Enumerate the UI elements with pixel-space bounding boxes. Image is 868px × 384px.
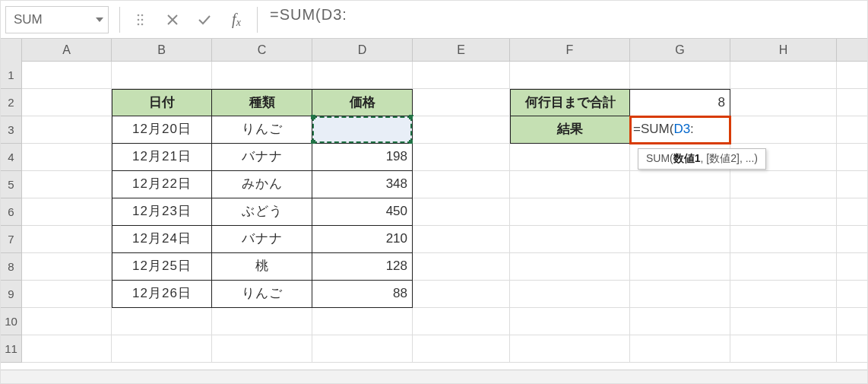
- cell-C5[interactable]: みかん: [212, 171, 312, 198]
- cell-B6[interactable]: 12月23日: [112, 198, 212, 226]
- cell-F5[interactable]: [510, 171, 630, 198]
- cell-F7[interactable]: [510, 226, 630, 253]
- chevron-down-icon[interactable]: [96, 17, 103, 22]
- cell-H8[interactable]: [730, 253, 837, 281]
- row-header-9[interactable]: 9: [1, 281, 22, 308]
- row-header-7[interactable]: 7: [1, 226, 22, 253]
- cell-E4[interactable]: [413, 144, 510, 171]
- cell-B2[interactable]: 日付: [112, 89, 212, 116]
- cell-B3[interactable]: 12月20日: [112, 116, 212, 144]
- col-header-F[interactable]: F: [510, 39, 630, 62]
- cell-E8[interactable]: [413, 253, 510, 281]
- cell-F4[interactable]: [510, 144, 630, 171]
- cell-I4[interactable]: [837, 144, 868, 171]
- cell-D5[interactable]: 348: [312, 171, 413, 198]
- cell-I5[interactable]: [837, 171, 868, 198]
- row-header-1[interactable]: 1: [1, 62, 22, 89]
- cell-G9[interactable]: [630, 281, 730, 308]
- cell-H10[interactable]: [730, 308, 837, 335]
- cell-B7[interactable]: 12月24日: [112, 226, 212, 253]
- row-header-3[interactable]: 3: [1, 116, 22, 144]
- col-header-I[interactable]: I: [837, 39, 868, 62]
- cell-C7[interactable]: バナナ: [212, 226, 312, 253]
- row-header-6[interactable]: 6: [1, 198, 22, 226]
- col-header-D[interactable]: D: [312, 39, 413, 62]
- row-header-11[interactable]: 11: [1, 335, 22, 363]
- cell-I11[interactable]: [837, 335, 868, 363]
- cell-C3[interactable]: りんご: [212, 116, 312, 144]
- cell-D10[interactable]: [312, 308, 413, 335]
- col-header-G[interactable]: G: [630, 39, 730, 62]
- cell-C6[interactable]: ぶどう: [212, 198, 312, 226]
- cell-D3[interactable]: 98: [312, 116, 413, 144]
- cell-E7[interactable]: [413, 226, 510, 253]
- cell-E6[interactable]: [413, 198, 510, 226]
- cell-A7[interactable]: [22, 226, 112, 253]
- cell-I3[interactable]: [837, 116, 868, 144]
- cell-H7[interactable]: [730, 226, 837, 253]
- insert-function-button[interactable]: fx: [220, 6, 252, 33]
- cell-C2[interactable]: 種類: [212, 89, 312, 116]
- cell-F8[interactable]: [510, 253, 630, 281]
- cell-A8[interactable]: [22, 253, 112, 281]
- cell-I9[interactable]: [837, 281, 868, 308]
- cell-E11[interactable]: [413, 335, 510, 363]
- col-header-E[interactable]: E: [413, 39, 510, 62]
- cell-F11[interactable]: [510, 335, 630, 363]
- cell-I7[interactable]: [837, 226, 868, 253]
- cell-F10[interactable]: [510, 308, 630, 335]
- cell-H1[interactable]: [730, 62, 837, 89]
- select-all-corner[interactable]: [1, 39, 22, 62]
- cell-D1[interactable]: [312, 62, 413, 89]
- row-header-8[interactable]: 8: [1, 253, 22, 281]
- horizontal-scrollbar[interactable]: [1, 370, 867, 383]
- cell-I6[interactable]: [837, 198, 868, 226]
- cell-A11[interactable]: [22, 335, 112, 363]
- cell-G1[interactable]: [630, 62, 730, 89]
- cell-D2[interactable]: 価格: [312, 89, 413, 116]
- cell-I1[interactable]: [837, 62, 868, 89]
- cancel-formula-button[interactable]: [157, 6, 188, 33]
- cell-B1[interactable]: [112, 62, 212, 89]
- col-header-C[interactable]: C: [212, 39, 312, 62]
- cell-D6[interactable]: 450: [312, 198, 413, 226]
- cell-E3[interactable]: [413, 116, 510, 144]
- cell-G2[interactable]: 8: [630, 89, 730, 116]
- cell-H6[interactable]: [730, 198, 837, 226]
- cell-F3[interactable]: 結果: [510, 116, 630, 144]
- cell-A10[interactable]: [22, 308, 112, 335]
- cell-G6[interactable]: [630, 198, 730, 226]
- formula-input[interactable]: =SUM(D3:: [262, 6, 867, 33]
- cell-E10[interactable]: [413, 308, 510, 335]
- cell-C11[interactable]: [212, 335, 312, 363]
- row-header-4[interactable]: 4: [1, 144, 22, 171]
- cell-B5[interactable]: 12月22日: [112, 171, 212, 198]
- cell-G10[interactable]: [630, 308, 730, 335]
- cell-H5[interactable]: [730, 171, 837, 198]
- cell-A3[interactable]: [22, 116, 112, 144]
- cell-I2[interactable]: [837, 89, 868, 116]
- cell-H11[interactable]: [730, 335, 837, 363]
- cell-D11[interactable]: [312, 335, 413, 363]
- cell-D4[interactable]: 198: [312, 144, 413, 171]
- cell-F6[interactable]: [510, 198, 630, 226]
- cell-C4[interactable]: バナナ: [212, 144, 312, 171]
- cell-F2[interactable]: 何行目まで合計: [510, 89, 630, 116]
- col-header-H[interactable]: H: [730, 39, 837, 62]
- col-header-A[interactable]: A: [22, 39, 112, 62]
- cell-A6[interactable]: [22, 198, 112, 226]
- row-header-5[interactable]: 5: [1, 171, 22, 198]
- cell-F1[interactable]: [510, 62, 630, 89]
- worksheet[interactable]: A B C D E F G H I 1 2 日付 種類: [1, 39, 867, 383]
- cell-E9[interactable]: [413, 281, 510, 308]
- cell-A4[interactable]: [22, 144, 112, 171]
- cell-E5[interactable]: [413, 171, 510, 198]
- cell-A1[interactable]: [22, 62, 112, 89]
- cell-H2[interactable]: [730, 89, 837, 116]
- cell-C10[interactable]: [212, 308, 312, 335]
- cell-G3[interactable]: =SUM(D3:: [630, 116, 730, 144]
- name-box[interactable]: SUM: [5, 6, 109, 33]
- cell-B4[interactable]: 12月21日: [112, 144, 212, 171]
- row-header-10[interactable]: 10: [1, 308, 22, 335]
- cell-A9[interactable]: [22, 281, 112, 308]
